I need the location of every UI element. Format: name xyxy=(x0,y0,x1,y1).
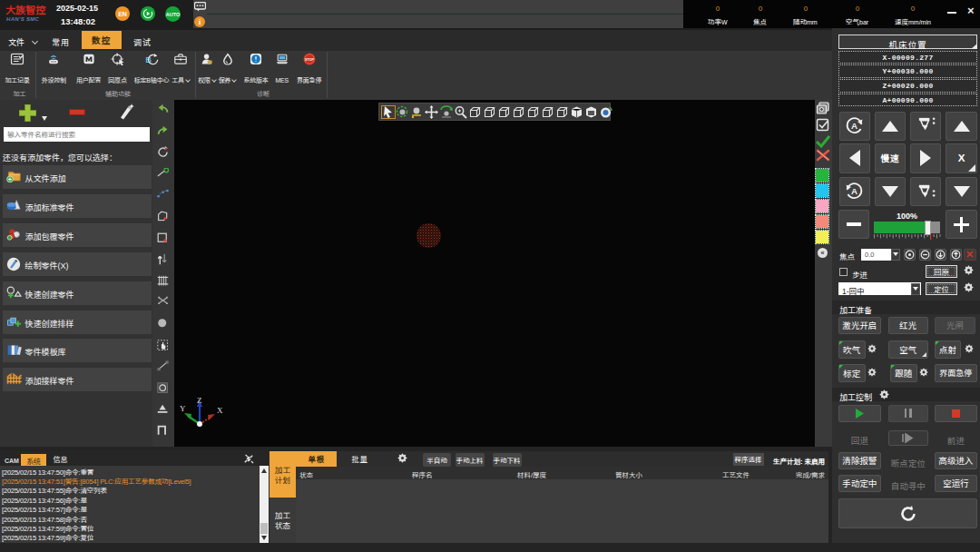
svg-text:A: A xyxy=(851,121,858,131)
svg-text:X: X xyxy=(217,406,223,415)
svg-text:Z: Z xyxy=(197,396,202,405)
svg-text:A: A xyxy=(851,186,858,196)
svg-text:STOP: STOP xyxy=(305,58,314,62)
svg-text:Y: Y xyxy=(180,404,186,413)
